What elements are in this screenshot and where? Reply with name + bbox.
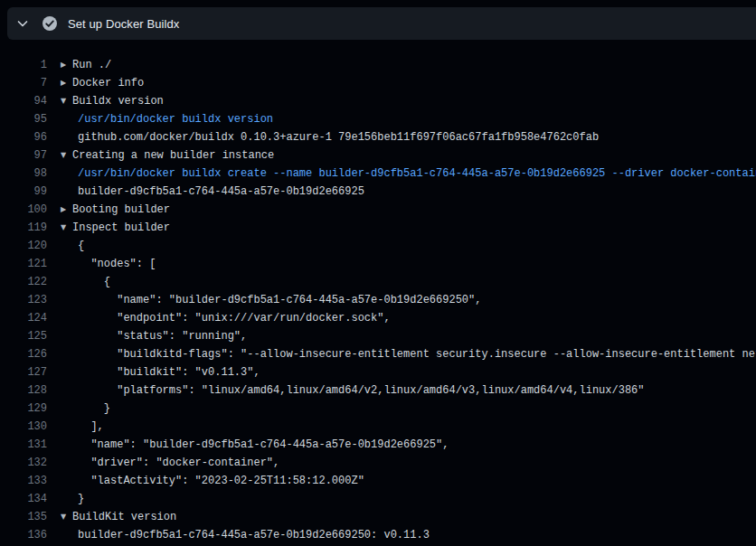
log-text: Buildx version bbox=[72, 92, 164, 110]
log-row[interactable]: 100 ▶ Booting builder bbox=[0, 201, 756, 219]
line-number[interactable]: 131 bbox=[0, 436, 47, 454]
line-number[interactable]: 124 bbox=[0, 309, 47, 327]
group-toggle-icon bbox=[47, 345, 72, 363]
log-text: { bbox=[72, 273, 110, 291]
log-row: 121 "nodes": [ bbox=[0, 255, 756, 273]
line-number[interactable]: 94 bbox=[0, 92, 47, 110]
group-toggle-icon bbox=[47, 309, 72, 327]
group-toggle-icon bbox=[47, 436, 72, 454]
log-text: Booting builder bbox=[72, 201, 170, 219]
line-number[interactable]: 122 bbox=[0, 273, 47, 291]
log-row[interactable]: 119 ▼ Inspect builder bbox=[0, 219, 756, 237]
log-text: "buildkit": "v0.11.3", bbox=[72, 363, 260, 381]
group-expanded-icon[interactable]: ▼ bbox=[47, 92, 72, 110]
line-number[interactable]: 1 bbox=[0, 56, 47, 74]
line-number[interactable]: 129 bbox=[0, 400, 47, 418]
line-number[interactable]: 125 bbox=[0, 327, 47, 345]
log-row: 128 "platforms": "linux/amd64,linux/amd6… bbox=[0, 381, 756, 400]
line-number[interactable]: 123 bbox=[0, 291, 47, 309]
log-row: 127 "buildkit": "v0.11.3", bbox=[0, 363, 756, 381]
group-collapsed-icon[interactable]: ▶ bbox=[47, 201, 72, 219]
line-number[interactable]: 96 bbox=[0, 128, 47, 146]
line-number[interactable]: 99 bbox=[0, 183, 47, 201]
log-row: 95 /usr/bin/docker buildx version bbox=[0, 110, 756, 128]
log-text: ], bbox=[72, 418, 104, 436]
group-toggle-icon bbox=[47, 327, 72, 345]
log-row[interactable]: 97 ▼ Creating a new builder instance bbox=[0, 146, 756, 165]
log-row: 134 } bbox=[0, 490, 756, 508]
group-expanded-icon[interactable]: ▼ bbox=[47, 508, 72, 526]
log-text: "driver": "docker-container", bbox=[72, 454, 279, 472]
log-row: 122 { bbox=[0, 273, 756, 291]
group-toggle-icon bbox=[47, 110, 72, 128]
log-text: } bbox=[72, 400, 110, 418]
group-toggle-icon bbox=[47, 128, 72, 146]
line-number[interactable]: 136 bbox=[0, 526, 47, 544]
log-text: Inspect builder bbox=[72, 219, 170, 237]
log-text: "buildkitd-flags": "--allow-insecure-ent… bbox=[72, 345, 756, 363]
log-row[interactable]: 135 ▼ BuildKit version bbox=[0, 508, 756, 526]
line-number[interactable]: 120 bbox=[0, 237, 47, 255]
group-toggle-icon bbox=[47, 454, 72, 472]
group-toggle-icon bbox=[47, 400, 72, 418]
log-row: 120 { bbox=[0, 237, 756, 255]
group-toggle-icon bbox=[47, 472, 72, 490]
log-row: 125 "status": "running", bbox=[0, 327, 756, 345]
line-number[interactable]: 100 bbox=[0, 201, 47, 219]
line-number[interactable]: 127 bbox=[0, 363, 47, 381]
step-title: Set up Docker Buildx bbox=[68, 17, 179, 31]
log-text: Run ./ bbox=[72, 56, 111, 74]
log-text: /usr/bin/docker buildx version bbox=[72, 110, 273, 128]
log-row: 132 "driver": "docker-container", bbox=[0, 454, 756, 472]
log-text: "platforms": "linux/amd64,linux/amd64/v2… bbox=[72, 381, 645, 400]
log-text: } bbox=[72, 490, 84, 508]
log-text: Creating a new builder instance bbox=[72, 146, 274, 165]
group-expanded-icon[interactable]: ▼ bbox=[47, 219, 72, 237]
group-toggle-icon bbox=[47, 526, 72, 544]
group-expanded-icon[interactable]: ▼ bbox=[47, 146, 72, 165]
log-row: 131 "name": "builder-d9cfb5a1-c764-445a-… bbox=[0, 436, 756, 454]
log-row[interactable]: 7 ▶ Docker info bbox=[0, 74, 756, 92]
group-toggle-icon bbox=[47, 418, 72, 436]
log-text: builder-d9cfb5a1-c764-445a-a57e-0b19d2e6… bbox=[72, 526, 430, 544]
line-number[interactable]: 130 bbox=[0, 418, 47, 436]
log-text: "lastActivity": "2023-02-25T11:58:12.000… bbox=[72, 472, 364, 490]
line-number[interactable]: 134 bbox=[0, 490, 47, 508]
line-number[interactable]: 132 bbox=[0, 454, 47, 472]
group-collapsed-icon[interactable]: ▶ bbox=[47, 56, 72, 74]
log-area: 1 ▶ Run ./ 7 ▶ Docker info 94 ▼ Buildx v… bbox=[0, 40, 756, 546]
chevron-down-icon[interactable] bbox=[15, 16, 30, 31]
line-number[interactable]: 95 bbox=[0, 110, 47, 128]
line-number[interactable]: 133 bbox=[0, 472, 47, 490]
log-row: 123 "name": "builder-d9cfb5a1-c764-445a-… bbox=[0, 291, 756, 309]
log-text: builder-d9cfb5a1-c764-445a-a57e-0b19d2e6… bbox=[72, 183, 364, 201]
log-row[interactable]: 1 ▶ Run ./ bbox=[0, 56, 756, 74]
log-row: 130 ], bbox=[0, 418, 756, 436]
line-number[interactable]: 119 bbox=[0, 219, 47, 237]
log-row[interactable]: 94 ▼ Buildx version bbox=[0, 92, 756, 110]
line-number[interactable]: 126 bbox=[0, 345, 47, 363]
log-row: 96 github.com/docker/buildx 0.10.3+azure… bbox=[0, 128, 756, 146]
log-row: 124 "endpoint": "unix:///var/run/docker.… bbox=[0, 309, 756, 327]
step-header[interactable]: Set up Docker Buildx bbox=[7, 7, 756, 40]
log-row: 99 builder-d9cfb5a1-c764-445a-a57e-0b19d… bbox=[0, 183, 756, 201]
line-number[interactable]: 7 bbox=[0, 74, 47, 92]
log-row: 98 /usr/bin/docker buildx create --name … bbox=[0, 165, 756, 183]
line-number[interactable]: 121 bbox=[0, 255, 47, 273]
group-toggle-icon bbox=[47, 381, 72, 400]
log-text: Docker info bbox=[72, 74, 144, 92]
check-circle-success-icon bbox=[42, 15, 58, 32]
line-number[interactable]: 97 bbox=[0, 146, 47, 165]
actions-log-viewer: Set up Docker Buildx 1 ▶ Run ./ 7 ▶ Dock… bbox=[0, 0, 756, 546]
log-row: 136 builder-d9cfb5a1-c764-445a-a57e-0b19… bbox=[0, 526, 756, 544]
line-number[interactable]: 135 bbox=[0, 508, 47, 526]
log-row: 126 "buildkitd-flags": "--allow-insecure… bbox=[0, 345, 756, 363]
group-toggle-icon bbox=[47, 165, 72, 183]
group-toggle-icon bbox=[47, 490, 72, 508]
group-toggle-icon bbox=[47, 183, 72, 201]
group-collapsed-icon[interactable]: ▶ bbox=[47, 74, 72, 92]
log-text: BuildKit version bbox=[72, 508, 176, 526]
line-number[interactable]: 128 bbox=[0, 381, 47, 400]
line-number[interactable]: 98 bbox=[0, 165, 47, 183]
log-text: "endpoint": "unix:///var/run/docker.sock… bbox=[72, 309, 391, 327]
